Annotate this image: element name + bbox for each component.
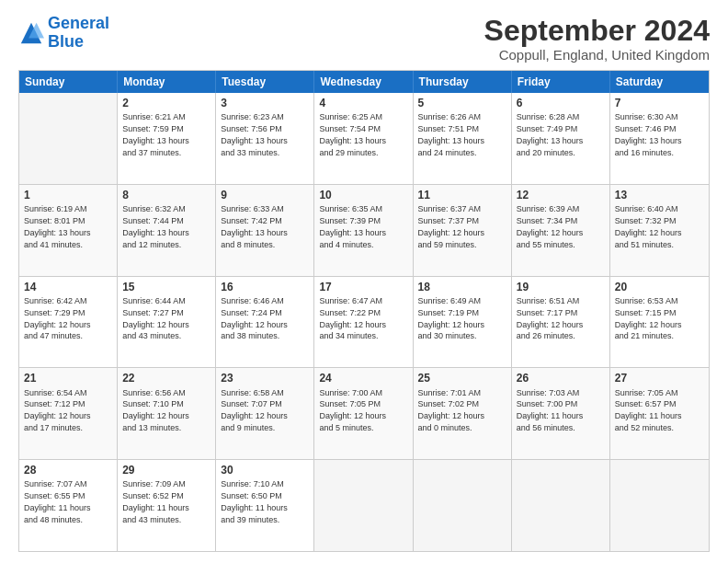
cal-cell-19: 19Sunrise: 6:51 AMSunset: 7:17 PMDayligh… (512, 277, 610, 368)
cal-cell-18: 18Sunrise: 6:49 AMSunset: 7:19 PMDayligh… (414, 277, 512, 368)
cal-cell-16: 16Sunrise: 6:46 AMSunset: 7:24 PMDayligh… (216, 277, 314, 368)
cal-cell-27: 27Sunrise: 7:05 AMSunset: 6:57 PMDayligh… (610, 368, 709, 459)
cal-cell-5: 5Sunrise: 6:26 AMSunset: 7:51 PMDaylight… (414, 93, 512, 184)
cal-cell-25: 25Sunrise: 7:01 AMSunset: 7:02 PMDayligh… (414, 368, 512, 459)
cal-cell-1: 1Sunrise: 6:19 AMSunset: 8:01 PMDaylight… (19, 185, 118, 276)
header-friday: Friday (512, 71, 610, 93)
cal-cell-13-14: 13Sunrise: 6:40 AMSunset: 7:32 PMDayligh… (610, 185, 709, 276)
logo: General Blue (18, 15, 109, 52)
calendar-header: Sunday Monday Tuesday Wednesday Thursday… (19, 71, 709, 93)
header-monday: Monday (118, 71, 216, 93)
cal-cell-17: 17Sunrise: 6:47 AMSunset: 7:22 PMDayligh… (314, 277, 413, 368)
cal-cell-2: 2Sunrise: 6:21 AMSunset: 7:59 PMDaylight… (118, 93, 216, 184)
logo-blue: Blue (48, 33, 109, 52)
cal-row-2: 1Sunrise: 6:19 AMSunset: 8:01 PMDaylight… (19, 184, 709, 276)
header-thursday: Thursday (414, 71, 512, 93)
cal-cell-29: 29Sunrise: 7:09 AMSunset: 6:52 PMDayligh… (118, 460, 216, 551)
cal-cell-22: 22Sunrise: 6:56 AMSunset: 7:10 PMDayligh… (118, 368, 216, 459)
header: General Blue September 2024 Coppull, Eng… (18, 15, 710, 63)
cal-cell-9: 9Sunrise: 6:33 AMSunset: 7:42 PMDaylight… (216, 185, 314, 276)
cal-row-4: 21Sunrise: 6:54 AMSunset: 7:12 PMDayligh… (19, 367, 709, 459)
logo-icon (18, 20, 44, 46)
cal-cell-empty-5a (314, 460, 413, 551)
main-title: September 2024 (484, 15, 710, 47)
calendar: Sunday Monday Tuesday Wednesday Thursday… (18, 70, 710, 552)
cal-cell-4: 4Sunrise: 6:25 AMSunset: 7:54 PMDaylight… (314, 93, 413, 184)
cal-cell-7: 7Sunrise: 6:30 AMSunset: 7:46 PMDaylight… (610, 93, 709, 184)
cal-cell-24: 24Sunrise: 7:00 AMSunset: 7:05 PMDayligh… (314, 368, 413, 459)
header-saturday: Saturday (610, 71, 709, 93)
cal-cell-empty (19, 93, 118, 184)
cal-cell-15: 15Sunrise: 6:44 AMSunset: 7:27 PMDayligh… (118, 277, 216, 368)
logo-text: General Blue (48, 15, 109, 52)
cal-cell-empty-5d (610, 460, 709, 551)
header-sunday: Sunday (19, 71, 118, 93)
cal-cell-empty-5b (414, 460, 512, 551)
cal-row-5: 28Sunrise: 7:07 AMSunset: 6:55 PMDayligh… (19, 459, 709, 551)
cal-cell-21: 21Sunrise: 6:54 AMSunset: 7:12 PMDayligh… (19, 368, 118, 459)
page: General Blue September 2024 Coppull, Eng… (0, 0, 728, 563)
cal-row-3: 14Sunrise: 6:42 AMSunset: 7:29 PMDayligh… (19, 276, 709, 368)
cal-row-1: 2Sunrise: 6:21 AMSunset: 7:59 PMDaylight… (19, 93, 709, 184)
header-wednesday: Wednesday (314, 71, 413, 93)
cal-cell-14: 14Sunrise: 6:42 AMSunset: 7:29 PMDayligh… (19, 277, 118, 368)
cal-cell-20: 20Sunrise: 6:53 AMSunset: 7:15 PMDayligh… (610, 277, 709, 368)
cal-cell-30: 30Sunrise: 7:10 AMSunset: 6:50 PMDayligh… (216, 460, 314, 551)
header-tuesday: Tuesday (216, 71, 314, 93)
cal-cell-empty-5c (512, 460, 610, 551)
cal-cell-11: 11Sunrise: 6:37 AMSunset: 7:37 PMDayligh… (414, 185, 512, 276)
cal-cell-28: 28Sunrise: 7:07 AMSunset: 6:55 PMDayligh… (19, 460, 118, 551)
cal-cell-26: 26Sunrise: 7:03 AMSunset: 7:00 PMDayligh… (512, 368, 610, 459)
cal-cell-12: 12Sunrise: 6:39 AMSunset: 7:34 PMDayligh… (512, 185, 610, 276)
cal-cell-10: 10Sunrise: 6:35 AMSunset: 7:39 PMDayligh… (314, 185, 413, 276)
cal-cell-6: 6Sunrise: 6:28 AMSunset: 7:49 PMDaylight… (512, 93, 610, 184)
cal-cell-3: 3Sunrise: 6:23 AMSunset: 7:56 PMDaylight… (216, 93, 314, 184)
cal-cell-8: 8Sunrise: 6:32 AMSunset: 7:44 PMDaylight… (118, 185, 216, 276)
logo-general: General (48, 14, 109, 32)
title-block: September 2024 Coppull, England, United … (484, 15, 710, 63)
cal-cell-23: 23Sunrise: 6:58 AMSunset: 7:07 PMDayligh… (216, 368, 314, 459)
calendar-body: 2Sunrise: 6:21 AMSunset: 7:59 PMDaylight… (19, 93, 709, 551)
subtitle: Coppull, England, United Kingdom (484, 47, 710, 63)
